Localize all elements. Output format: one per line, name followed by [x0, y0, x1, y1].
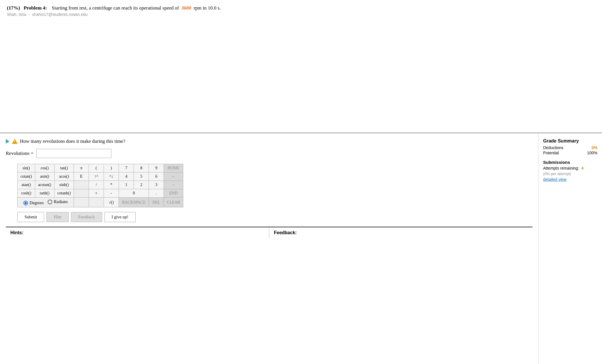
potential-row: Potential 100% — [543, 151, 597, 155]
answer-label: Revolutions = — [6, 151, 33, 156]
calc-left-arrow[interactable]: ← — [164, 172, 183, 181]
calc-5[interactable]: 5 — [134, 172, 149, 181]
student-email: shahis17@students.rowan.edu — [32, 12, 87, 17]
degrees-radio[interactable] — [23, 201, 28, 205]
degrees-label[interactable]: Degrees — [23, 200, 44, 205]
student-name: Shah, Isha — [7, 12, 26, 17]
problem-text-after: rpm in 10.0 s. — [194, 5, 221, 11]
hint-button: Hint — [46, 212, 69, 222]
calc-sinh[interactable]: sinh() — [54, 181, 74, 189]
question-area: How many revolutions does it make during… — [0, 133, 539, 364]
calc-backspace[interactable]: BACKSPACE — [119, 198, 149, 207]
feedback-label: Feedback: — [274, 230, 297, 235]
grade-summary-panel: Grade Summary Deductions 0% Potential 10… — [539, 133, 602, 364]
calc-up-caret[interactable]: ↑^ — [89, 172, 104, 181]
problem-title: (17%) Problem 4: Starting from rest, a c… — [7, 5, 595, 11]
calc-empty-r5c5 — [89, 198, 104, 207]
calc-9[interactable]: 9 — [149, 164, 164, 172]
calc-cotanh[interactable]: cotanh() — [54, 189, 74, 198]
calc-sin[interactable]: sin() — [18, 164, 35, 172]
calc-cosh[interactable]: cosh() — [18, 189, 35, 198]
calc-row-2: cotan() asin() acos() E ↑^ ^↓ 4 5 6 ← — [18, 172, 183, 181]
hints-feedback-row: Hints: Feedback: — [6, 227, 532, 238]
feedback-button: Feedback — [71, 212, 102, 222]
calc-4[interactable]: 4 — [119, 172, 134, 181]
calc-atan[interactable]: atan() — [18, 181, 35, 189]
calc-tanh[interactable]: tanh() — [35, 189, 54, 198]
calc-acos[interactable]: acos() — [54, 172, 74, 181]
radians-label[interactable]: Radians — [48, 199, 68, 204]
page: (17%) Problem 4: Starting from rest, a c… — [0, 0, 602, 364]
radians-radio[interactable] — [48, 200, 52, 204]
calc-end[interactable]: END — [164, 189, 183, 198]
grade-summary-title: Grade Summary — [543, 138, 597, 144]
calc-table: sin() cos() tan() π ( ) 7 8 9 HOME — [17, 164, 183, 207]
feedback-box: Feedback: — [269, 227, 532, 238]
problem-highlight: 3600 — [181, 5, 191, 11]
action-buttons: Submit Hint Feedback I give up! — [17, 212, 532, 222]
calc-open-paren[interactable]: ( — [89, 164, 104, 172]
calc-row-1: sin() cos() tan() π ( ) 7 8 9 HOME — [18, 164, 183, 172]
submissions-title: Submissions — [543, 160, 597, 165]
calc-del[interactable]: DEL — [149, 198, 164, 207]
bottom-section: How many revolutions does it make during… — [0, 133, 602, 364]
top-section: (17%) Problem 4: Starting from rest, a c… — [0, 0, 602, 133]
problem-weight: (17%) — [7, 5, 20, 11]
detailed-view-link[interactable]: detailed view — [543, 177, 567, 182]
problem-text-before: Starting from rest, a centrifuge can rea… — [52, 5, 179, 11]
calc-home[interactable]: HOME — [164, 164, 183, 172]
calc-row-3: atan() acotan() sinh() / * 1 2 3 → — [18, 181, 183, 189]
calc-e[interactable]: E — [74, 172, 89, 181]
per-attempt-text: (0% per attempt) — [543, 172, 597, 176]
calculator: sin() cos() tan() π ( ) 7 8 9 HOME — [17, 164, 532, 207]
calc-7[interactable]: 7 — [119, 164, 134, 172]
deductions-value: 0% — [592, 145, 597, 150]
calc-cotan[interactable]: cotan() — [18, 172, 35, 181]
calc-multiply[interactable]: * — [104, 181, 119, 189]
calc-pi[interactable]: π — [74, 164, 89, 172]
hints-box: Hints: — [6, 227, 269, 238]
answer-input[interactable] — [36, 149, 111, 158]
calc-empty-r5c4 — [74, 198, 89, 207]
calc-acotan[interactable]: acotan() — [35, 181, 54, 189]
calc-clear[interactable]: CLEAR — [164, 198, 183, 207]
play-icon[interactable] — [6, 139, 10, 144]
student-info: Shah, Isha - shahis17@students.rowan.edu — [7, 12, 595, 17]
calc-0[interactable]: 0 — [119, 189, 149, 198]
potential-value: 100% — [587, 151, 597, 155]
question-header: How many revolutions does it make during… — [6, 138, 532, 144]
calc-sqrt[interactable]: √() — [104, 198, 119, 207]
degrees-text: Degrees — [29, 200, 44, 205]
calc-dot[interactable]: . — [149, 189, 164, 198]
calc-tan[interactable]: tan() — [54, 164, 74, 172]
question-text: How many revolutions does it make during… — [20, 138, 125, 144]
calc-asin[interactable]: asin() — [35, 172, 54, 181]
calc-plus[interactable]: + — [89, 189, 104, 198]
calc-6[interactable]: 6 — [149, 172, 164, 181]
attempts-label: Attempts remaining: — [543, 166, 579, 170]
calc-empty-r4c4 — [74, 189, 89, 198]
calc-3[interactable]: 3 — [149, 181, 164, 189]
attempts-value: 4 — [581, 166, 584, 170]
calc-2[interactable]: 2 — [134, 181, 149, 189]
calc-down-caret[interactable]: ^↓ — [104, 172, 119, 181]
calc-divide[interactable]: / — [89, 181, 104, 189]
calc-minus[interactable]: - — [104, 189, 119, 198]
calc-1[interactable]: 1 — [119, 181, 134, 189]
attempts-row: Attempts remaining: 4 — [543, 166, 597, 170]
deductions-label: Deductions — [543, 145, 563, 150]
give-up-button[interactable]: I give up! — [104, 212, 136, 222]
degree-selector: Degrees Radians — [18, 198, 74, 207]
calc-cos[interactable]: cos() — [35, 164, 54, 172]
hints-label: Hints: — [10, 230, 23, 235]
potential-label: Potential — [543, 151, 559, 155]
problem-label: Problem 4: — [24, 5, 47, 11]
calc-close-paren[interactable]: ) — [104, 164, 119, 172]
calc-empty-r3c4 — [74, 181, 89, 189]
calc-right-arrow[interactable]: → — [164, 181, 183, 189]
calc-8[interactable]: 8 — [134, 164, 149, 172]
warning-icon — [12, 139, 18, 144]
submit-button[interactable]: Submit — [17, 212, 44, 222]
radians-text: Radians — [54, 199, 68, 204]
calc-row-5: Degrees Radians √() — [18, 198, 183, 207]
